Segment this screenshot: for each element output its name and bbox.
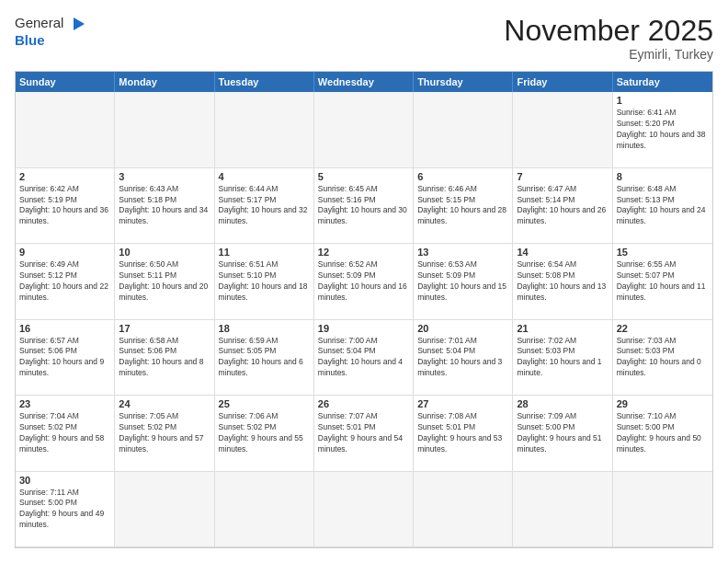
day-number: 10 [119, 247, 210, 258]
day-number: 27 [417, 398, 508, 409]
calendar-cell: 21Sunrise: 7:02 AMSunset: 5:03 PMDayligh… [513, 320, 612, 396]
calendar-cell [215, 92, 314, 167]
cell-info: Sunrise: 7:01 AMSunset: 5:04 PMDaylight:… [417, 336, 508, 380]
cell-info: Sunrise: 7:02 AMSunset: 5:03 PMDaylight:… [517, 336, 608, 380]
calendar-cell: 20Sunrise: 7:01 AMSunset: 5:04 PMDayligh… [414, 320, 513, 396]
calendar-cell: 26Sunrise: 7:07 AMSunset: 5:01 PMDayligh… [314, 396, 414, 471]
day-number: 19 [318, 323, 409, 334]
calendar-cell [314, 92, 414, 167]
cell-info: Sunrise: 7:08 AMSunset: 5:01 PMDaylight:… [417, 411, 508, 455]
svg-marker-0 [74, 17, 85, 30]
calendar-cell: 19Sunrise: 7:00 AMSunset: 5:04 PMDayligh… [314, 320, 414, 396]
cell-info: Sunrise: 6:44 AMSunset: 5:17 PMDaylight:… [219, 184, 310, 228]
calendar-cell [115, 472, 214, 547]
calendar-cell [16, 92, 115, 167]
calendar-cell: 3Sunrise: 6:43 AMSunset: 5:18 PMDaylight… [115, 168, 214, 244]
cell-info: Sunrise: 6:48 AMSunset: 5:13 PMDaylight:… [617, 184, 709, 228]
calendar-cell: 16Sunrise: 6:57 AMSunset: 5:06 PMDayligh… [16, 320, 115, 396]
day-number: 2 [19, 171, 110, 182]
cell-info: Sunrise: 6:52 AMSunset: 5:09 PMDaylight:… [318, 259, 409, 304]
month-year: November 2025 [504, 15, 713, 47]
cell-info: Sunrise: 7:06 AMSunset: 5:02 PMDaylight:… [219, 411, 310, 455]
calendar-cell: 6Sunrise: 6:46 AMSunset: 5:15 PMDaylight… [414, 168, 513, 244]
day-number: 6 [417, 171, 508, 182]
cell-info: Sunrise: 7:04 AMSunset: 5:02 PMDaylight:… [19, 411, 110, 455]
cell-info: Sunrise: 6:54 AMSunset: 5:08 PMDaylight:… [517, 259, 608, 304]
header: General Blue November 2025 Eymirli, Turk… [15, 15, 713, 62]
cell-info: Sunrise: 7:05 AMSunset: 5:02 PMDaylight:… [119, 411, 210, 455]
calendar-cell: 28Sunrise: 7:09 AMSunset: 5:00 PMDayligh… [513, 396, 612, 471]
location: Eymirli, Turkey [504, 47, 713, 62]
day-number: 22 [617, 323, 709, 334]
cell-info: Sunrise: 7:10 AMSunset: 5:00 PMDaylight:… [617, 411, 709, 455]
calendar-cell: 13Sunrise: 6:53 AMSunset: 5:09 PMDayligh… [414, 244, 513, 319]
day-number: 1 [617, 95, 709, 106]
calendar-cell: 1Sunrise: 6:41 AMSunset: 5:20 PMDaylight… [613, 92, 712, 167]
calendar-cell: 25Sunrise: 7:06 AMSunset: 5:02 PMDayligh… [215, 396, 314, 471]
calendar-cell: 30Sunrise: 7:11 AMSunset: 5:00 PMDayligh… [16, 472, 115, 547]
day-number: 16 [19, 323, 110, 334]
day-number: 15 [617, 247, 709, 258]
calendar-cell [414, 472, 513, 547]
day-number: 13 [417, 247, 508, 258]
day-number: 8 [617, 171, 709, 182]
cell-info: Sunrise: 6:41 AMSunset: 5:20 PMDaylight:… [617, 108, 709, 152]
cell-info: Sunrise: 6:46 AMSunset: 5:15 PMDaylight:… [417, 184, 508, 228]
cell-info: Sunrise: 7:00 AMSunset: 5:04 PMDaylight:… [318, 336, 409, 380]
day-number: 5 [318, 171, 409, 182]
day-number: 3 [119, 171, 210, 182]
cell-info: Sunrise: 6:43 AMSunset: 5:18 PMDaylight:… [119, 184, 210, 228]
calendar-cell: 17Sunrise: 6:58 AMSunset: 5:06 PMDayligh… [115, 320, 214, 396]
cell-info: Sunrise: 6:50 AMSunset: 5:11 PMDaylight:… [119, 259, 210, 304]
calendar-cell: 18Sunrise: 6:59 AMSunset: 5:05 PMDayligh… [215, 320, 314, 396]
calendar-cell: 11Sunrise: 6:51 AMSunset: 5:10 PMDayligh… [215, 244, 314, 319]
day-header-wednesday: Wednesday [314, 72, 414, 92]
calendar-cell: 7Sunrise: 6:47 AMSunset: 5:14 PMDaylight… [513, 168, 612, 244]
day-number: 26 [318, 398, 409, 409]
day-number: 12 [318, 247, 409, 258]
cell-info: Sunrise: 6:47 AMSunset: 5:14 PMDaylight:… [517, 184, 608, 228]
calendar-cell: 5Sunrise: 6:45 AMSunset: 5:16 PMDaylight… [314, 168, 414, 244]
calendar-cell: 8Sunrise: 6:48 AMSunset: 5:13 PMDaylight… [613, 168, 712, 244]
cell-info: Sunrise: 7:03 AMSunset: 5:03 PMDaylight:… [617, 336, 709, 380]
calendar-cell: 22Sunrise: 7:03 AMSunset: 5:03 PMDayligh… [613, 320, 712, 396]
cell-info: Sunrise: 7:09 AMSunset: 5:00 PMDaylight:… [517, 411, 608, 455]
calendar-cell: 10Sunrise: 6:50 AMSunset: 5:11 PMDayligh… [115, 244, 214, 319]
cell-info: Sunrise: 6:45 AMSunset: 5:16 PMDaylight:… [318, 184, 409, 228]
day-number: 11 [219, 247, 310, 258]
day-number: 4 [219, 171, 310, 182]
calendar-cell: 4Sunrise: 6:44 AMSunset: 5:17 PMDaylight… [215, 168, 314, 244]
day-number: 28 [517, 398, 608, 409]
logo-blue: Blue [15, 32, 86, 49]
cell-info: Sunrise: 6:59 AMSunset: 5:05 PMDaylight:… [219, 336, 310, 380]
cell-info: Sunrise: 6:57 AMSunset: 5:06 PMDaylight:… [19, 336, 110, 380]
calendar-cell [513, 472, 612, 547]
logo-triangle [70, 16, 86, 32]
day-number: 7 [517, 171, 608, 182]
calendar-cell: 12Sunrise: 6:52 AMSunset: 5:09 PMDayligh… [314, 244, 414, 319]
day-number: 25 [219, 398, 310, 409]
day-header-sunday: Sunday [16, 72, 115, 92]
day-number: 18 [219, 323, 310, 334]
calendar-cell: 24Sunrise: 7:05 AMSunset: 5:02 PMDayligh… [115, 396, 214, 471]
calendar-cell: 14Sunrise: 6:54 AMSunset: 5:08 PMDayligh… [513, 244, 612, 319]
logo: General Blue [15, 15, 86, 49]
calendar-cell [613, 472, 712, 547]
calendar-cell: 29Sunrise: 7:10 AMSunset: 5:00 PMDayligh… [613, 396, 712, 471]
title-area: November 2025 Eymirli, Turkey [504, 15, 713, 62]
day-number: 21 [517, 323, 608, 334]
day-header-thursday: Thursday [414, 72, 513, 92]
day-number: 30 [19, 475, 110, 486]
calendar-cell: 27Sunrise: 7:08 AMSunset: 5:01 PMDayligh… [414, 396, 513, 471]
day-headers: SundayMondayTuesdayWednesdayThursdayFrid… [16, 72, 712, 92]
day-number: 14 [517, 247, 608, 258]
day-number: 29 [617, 398, 709, 409]
calendar-cell [414, 92, 513, 167]
day-header-saturday: Saturday [613, 72, 712, 92]
calendar-cell: 9Sunrise: 6:49 AMSunset: 5:12 PMDaylight… [16, 244, 115, 319]
calendar-cell [314, 472, 414, 547]
calendar-cell: 2Sunrise: 6:42 AMSunset: 5:19 PMDaylight… [16, 168, 115, 244]
calendar-cell [215, 472, 314, 547]
calendar-cell [115, 92, 214, 167]
day-header-monday: Monday [115, 72, 214, 92]
